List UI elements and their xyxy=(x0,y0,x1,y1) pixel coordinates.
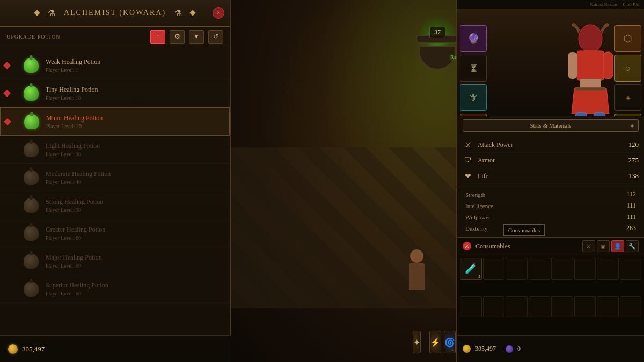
inv-cell-7[interactable] xyxy=(620,258,642,280)
stats-materials-button[interactable]: Stats & Materials xyxy=(463,119,639,132)
stat-icon-Armor: 🛡 xyxy=(463,155,473,166)
equip-slot-offhand[interactable]: 🔎 xyxy=(460,114,487,116)
potion-level-1: Player Level: 10 xyxy=(46,95,222,101)
location-name: Kurast Bazaar xyxy=(590,2,618,7)
location-time: 8:50 PM xyxy=(623,2,640,7)
stat-sec-value-3: 263 xyxy=(626,224,636,232)
potion-item-1[interactable]: Tiny Healing Potion Player Level: 10 xyxy=(0,79,230,107)
potion-item-2[interactable]: Minor Healing Potion Player Level: 20 xyxy=(0,107,230,136)
gold-coin-icon xyxy=(8,344,18,354)
potion-icon-0 xyxy=(24,58,39,73)
inv-cell-14[interactable] xyxy=(597,296,619,318)
refresh-tab-btn[interactable]: ↺ xyxy=(208,30,223,44)
potion-icon-wrap-7 xyxy=(21,252,40,270)
potion-name-1: Tiny Healing Potion xyxy=(46,86,222,94)
inventory-grid: 🧪 3 xyxy=(457,255,644,335)
potion-icon-2 xyxy=(24,114,39,129)
filter-tab-btn[interactable]: ▼ xyxy=(189,30,204,44)
potion-icon-wrap-1 xyxy=(21,84,40,102)
inv-cell-12[interactable] xyxy=(551,296,573,318)
potion-item-5[interactable]: Strong Healing Potion Player Level: 50 xyxy=(0,191,230,219)
equip-slots-left: 🔮 ⏳ 🗡 🔎 ○ xyxy=(460,25,487,116)
potion-icon-wrap-8 xyxy=(21,279,40,298)
stat-name-2: Life xyxy=(478,172,620,180)
inv-cell-15[interactable] xyxy=(620,296,642,318)
potion-list: Weak Healing Potion Player Level: 1 Tiny… xyxy=(0,47,230,335)
header-deco-right xyxy=(189,10,195,16)
potion-text-6: Greater Healing Potion Player Level: 60 xyxy=(46,226,222,241)
stat-sec-name-2: Willpower xyxy=(465,214,627,220)
inv-cell-3[interactable] xyxy=(529,258,551,280)
item-icon-0: 🧪 xyxy=(464,262,478,276)
potion-icon-wrap-3 xyxy=(21,140,40,159)
skill-icon-1: ✦ xyxy=(413,337,420,348)
equip-slot-chest[interactable]: ○ xyxy=(614,55,641,82)
upgrade-bar: UPGRADE POTION ↑ ⚙ ▼ ↺ xyxy=(0,27,230,47)
potion-icon-5 xyxy=(24,198,39,213)
skill-btn-3[interactable]: 🌀 4 xyxy=(444,331,456,353)
inv-cell-4[interactable] xyxy=(551,258,573,280)
potion-name-3: Light Healing Potion xyxy=(46,142,222,150)
hotkey-3: 4 xyxy=(452,348,454,352)
gold-amount: 305,497 xyxy=(22,345,45,353)
cons-tab-2[interactable]: ◉ xyxy=(597,240,610,252)
potion-text-5: Strong Healing Potion Player Level: 50 xyxy=(46,198,222,213)
potion-text-4: Moderate Healing Potion Player Level: 40 xyxy=(46,170,222,185)
potion-text-8: Superior Healing Potion Player Level: 60 xyxy=(46,282,222,297)
potion-icon-7 xyxy=(24,254,39,269)
potion-item-4[interactable]: Moderate Healing Potion Player Level: 40 xyxy=(0,164,230,191)
potion-arrow-2 xyxy=(4,117,11,125)
equip-slot-bracers[interactable]: ⬡ xyxy=(614,25,641,52)
right-panel: Kurast Bazaar 8:50 PM ENZO No Title Sele… xyxy=(456,0,644,362)
stat-sec-name-1: Intelligence xyxy=(465,203,627,209)
potion-icon-1 xyxy=(24,86,39,101)
pants-icon: ◈ xyxy=(626,94,631,102)
stat-sec-value-1: 111 xyxy=(627,202,636,210)
potion-icon-4 xyxy=(24,170,39,185)
inv-cell-0[interactable]: 🧪 3 xyxy=(460,258,482,280)
skill-btn-2[interactable]: ⚡ xyxy=(429,331,441,353)
tools-tab-btn[interactable]: ⚙ xyxy=(170,30,185,44)
inv-cell-11[interactable] xyxy=(529,296,551,318)
potion-level-2: Player Level: 20 xyxy=(46,123,221,129)
equip-slot-weapon[interactable]: 🗡 xyxy=(460,84,487,111)
stat-sec-value-0: 112 xyxy=(626,190,636,198)
potion-item-3[interactable]: Light Healing Potion Player Level: 30 xyxy=(0,136,230,164)
cons-tab-4[interactable]: 🔧 xyxy=(626,240,639,252)
stat-row-primary-1: 🛡 Armor 275 xyxy=(463,153,639,168)
alchemist-header: ⚗ ALCHEMIST (KOWARA) ⚗ × xyxy=(0,0,230,27)
stat-row-secondary-2: Willpower 111 xyxy=(463,211,639,223)
potion-item-8[interactable]: Superior Healing Potion Player Level: 60 xyxy=(0,275,230,303)
cons-tab-3[interactable]: 👤 xyxy=(611,240,624,252)
skill-btn-1[interactable]: ✦ xyxy=(413,331,421,353)
potion-item-6[interactable]: Greater Healing Potion Player Level: 60 xyxy=(0,219,230,247)
inv-cell-10[interactable] xyxy=(506,296,528,318)
stat-value-1: 275 xyxy=(620,156,639,165)
upgrade-tab-btn[interactable]: ↑ xyxy=(150,30,165,44)
equip-slot-pants[interactable]: ◈ xyxy=(614,84,641,111)
potion-text-7: Major Healing Potion Player Level: 60 xyxy=(46,254,222,269)
stat-sec-name-3: Dexterity xyxy=(465,225,626,232)
inv-cell-1[interactable] xyxy=(483,258,505,280)
potion-item-7[interactable]: Major Healing Potion Player Level: 60 xyxy=(0,247,230,275)
potion-item-0[interactable]: Weak Healing Potion Player Level: 1 xyxy=(0,51,230,79)
consumables-header: ⚔ Consumables ⚔ ◉ 👤 🔧 xyxy=(457,237,644,255)
close-button[interactable]: × xyxy=(213,7,224,19)
inv-cell-6[interactable] xyxy=(597,258,619,280)
gems-icon xyxy=(506,345,513,353)
potion-name-5: Strong Healing Potion xyxy=(46,198,222,206)
inv-cell-2[interactable] xyxy=(506,258,528,280)
inv-cell-8[interactable] xyxy=(460,296,482,318)
potion-level-4: Player Level: 40 xyxy=(46,179,222,185)
inv-cell-13[interactable] xyxy=(574,296,596,318)
primary-stats: ⚔ Attack Power 120 🛡 Armor 275 ❤ Life 13… xyxy=(457,135,644,187)
alchemist-icon-right: ⚗ xyxy=(174,8,182,18)
inv-cell-9[interactable] xyxy=(483,296,505,318)
equip-slot-ring2[interactable]: ○ xyxy=(614,114,641,116)
cons-tab-1[interactable]: ⚔ xyxy=(582,240,595,252)
panel-title: ALCHEMIST (KOWARA) xyxy=(64,9,166,17)
secondary-stats: Strength 112 Intelligence 111 Willpower … xyxy=(457,187,644,237)
equip-slot-helm[interactable]: ⏳ xyxy=(460,55,487,82)
inv-cell-5[interactable] xyxy=(574,258,596,280)
equip-slot-amulet[interactable]: 🔮 xyxy=(460,25,487,52)
